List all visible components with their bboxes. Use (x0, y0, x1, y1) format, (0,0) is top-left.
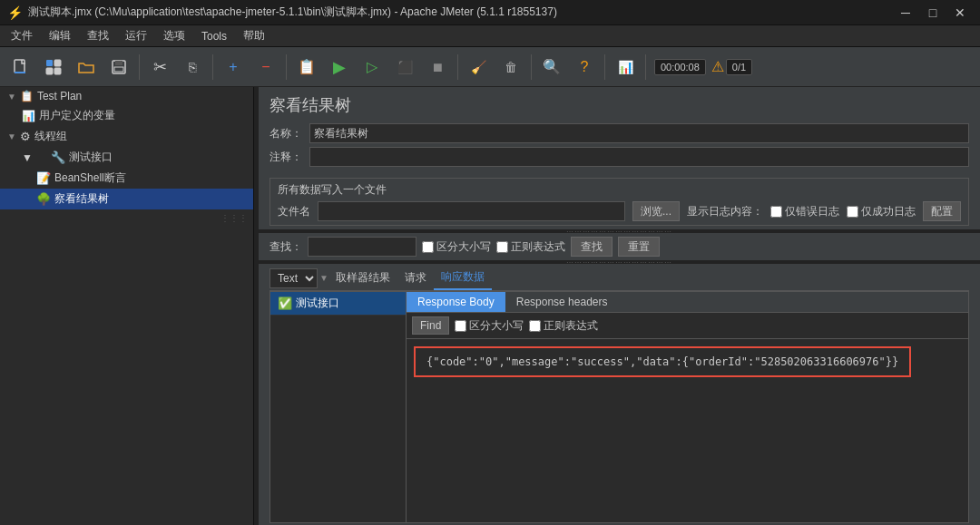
svg-rect-5 (54, 68, 61, 74)
toolbar-search-btn[interactable]: 🔍 (536, 52, 567, 83)
errors-only-label: 仅错误日志 (785, 204, 839, 219)
beanshell-icon: 📝 (36, 171, 51, 185)
testapi-label: 测试接口 (69, 150, 113, 165)
toolbar-warning: ⚠ (711, 58, 724, 75)
threadgroup-label: 线程组 (34, 129, 67, 144)
tree-item-testapi[interactable]: ▼ 🔧 测试接口 (0, 147, 253, 168)
testplan-label: Test Plan (37, 90, 82, 102)
toolbar-sep-2 (212, 54, 213, 80)
menu-run[interactable]: 运行 (118, 26, 154, 46)
response-json-box: {"code":"0","message":"success","data":{… (414, 346, 911, 377)
testplan-arrow: ▼ (7, 92, 16, 102)
case-sensitive-check[interactable] (422, 241, 434, 253)
close-button[interactable]: ✕ (947, 4, 973, 22)
toolbar-counter: 0/1 (726, 59, 752, 75)
comment-row: 注释： (270, 147, 969, 167)
svg-rect-8 (114, 67, 123, 72)
comment-label: 注释： (270, 150, 302, 165)
resp-case-sensitive-checkbox[interactable]: 区分大小写 (455, 318, 524, 334)
regex-checkbox[interactable]: 正则表达式 (496, 239, 565, 255)
resp-regex-checkbox[interactable]: 正则表达式 (529, 318, 598, 334)
config-button[interactable]: 配置 (923, 201, 961, 221)
menu-help[interactable]: 帮助 (236, 26, 272, 46)
toolbar-new-btn[interactable] (5, 52, 36, 83)
menu-tools[interactable]: Tools (194, 26, 234, 46)
toolbar-open-btn[interactable] (71, 52, 102, 83)
toolbar-clear-btn[interactable]: 🧹 (463, 52, 494, 83)
toolbar-sep-5 (531, 54, 532, 80)
tree-item-vars[interactable]: 📊 用户定义的变量 (0, 105, 253, 126)
resulttree-icon: 🌳 (36, 192, 51, 206)
maximize-button[interactable]: □ (920, 4, 946, 22)
case-sensitive-checkbox[interactable]: 区分大小写 (422, 239, 491, 255)
find-button[interactable]: 查找 (571, 237, 612, 257)
toolbar-help-btn[interactable]: ? (569, 52, 600, 83)
response-tabs: Response Body Response headers (407, 292, 968, 313)
sampler-tab-response[interactable]: 响应数据 (434, 266, 492, 290)
menu-bar: 文件 编辑 查找 运行 选项 Tools 帮助 (0, 25, 980, 47)
sampler-tab-request[interactable]: 请求 (397, 267, 434, 289)
toolbar-templates-btn[interactable] (38, 52, 69, 83)
toolbar-expand-btn[interactable]: + (218, 52, 249, 83)
menu-search[interactable]: 查找 (80, 26, 116, 46)
comment-input[interactable] (309, 147, 969, 167)
search-input[interactable] (308, 237, 416, 257)
toolbar-save-btn[interactable] (103, 52, 134, 83)
toolbar-paste-btn[interactable]: 📋 (291, 52, 322, 83)
errors-only-checkbox[interactable]: 仅错误日志 (770, 204, 839, 219)
case-sensitive-label: 区分大小写 (436, 239, 491, 255)
menu-options[interactable]: 选项 (156, 26, 192, 46)
resp-regex-check[interactable] (529, 320, 541, 332)
toolbar-cut-btn[interactable]: ✂ (144, 52, 175, 83)
tree-item-beanshell[interactable]: 📝 BeanShell断言 (0, 168, 253, 189)
toolbar-collapse-btn[interactable]: − (250, 52, 281, 83)
tree-item-resulttree[interactable]: 🌳 察看结果树 (0, 189, 253, 209)
reset-button[interactable]: 重置 (618, 237, 660, 257)
resulttree-label: 察看结果树 (54, 191, 109, 207)
filename-label: 文件名 (278, 204, 310, 219)
toolbar-sep-1 (139, 54, 140, 80)
response-tab-headers[interactable]: Response headers (505, 292, 619, 312)
response-content: {"code":"0","message":"success","data":{… (407, 339, 968, 522)
menu-file[interactable]: 文件 (4, 26, 40, 46)
filename-input[interactable] (318, 201, 625, 221)
toolbar-copy-btn[interactable]: ⎘ (177, 52, 208, 83)
errors-only-check[interactable] (770, 206, 782, 218)
log-content-label: 显示日志内容： (687, 204, 763, 219)
browse-button[interactable]: 浏览... (632, 201, 680, 221)
vars-label: 用户定义的变量 (39, 108, 115, 123)
sampler-tab-results[interactable]: 取样器结果 (328, 267, 397, 289)
toolbar-start-no-pause-btn[interactable]: ▷ (357, 52, 387, 83)
minimize-button[interactable]: ─ (893, 4, 918, 22)
resp-case-check[interactable] (455, 320, 466, 332)
window-title: 测试脚本.jmx (C:\Mu\application\test\apache-… (28, 5, 557, 20)
file-row: 文件名 浏览... 显示日志内容： 仅错误日志 仅成功日志 配置 (278, 201, 961, 221)
warning-icon: ⚠ (711, 58, 724, 75)
right-panel: 察看结果树 名称： 注释： 所有数据写入一个文件 文件名 浏览... 显示日志内… (259, 87, 980, 525)
main-layout: ▼ 📋 Test Plan 📊 用户定义的变量 ▼ ⚙ 线程组 ▼ 🔧 测试接口… (0, 87, 980, 525)
success-only-check[interactable] (847, 206, 858, 218)
file-group: 所有数据写入一个文件 文件名 浏览... 显示日志内容： 仅错误日志 仅成功日志… (270, 178, 969, 226)
toolbar-report-btn[interactable]: 📊 (610, 52, 641, 83)
toolbar-sep-3 (286, 54, 287, 80)
response-tab-body[interactable]: Response Body (407, 292, 505, 312)
text-dropdown[interactable]: Text (270, 268, 318, 288)
results-body: ✅ 测试接口 Response Body Response headers Fi… (270, 291, 969, 523)
sampler-tabs: Text ▼ 取样器结果 请求 响应数据 (270, 266, 969, 291)
tree-item-testplan[interactable]: ▼ 📋 Test Plan (0, 87, 253, 105)
threadgroup-icon: ⚙ (20, 130, 31, 143)
response-find-button[interactable]: Find (412, 316, 449, 335)
tree-item-threadgroup[interactable]: ▼ ⚙ 线程组 (0, 126, 253, 147)
regex-check[interactable] (496, 241, 508, 253)
menu-edit[interactable]: 编辑 (42, 26, 78, 46)
toolbar-stop-btn[interactable]: ⬛ (389, 52, 420, 83)
svg-rect-4 (46, 68, 53, 74)
toolbar-start-btn[interactable]: ▶ (324, 52, 355, 83)
regex-label: 正则表达式 (511, 239, 565, 255)
toolbar-clear-all-btn[interactable]: 🗑 (495, 52, 526, 83)
name-input[interactable] (309, 123, 969, 143)
svg-rect-0 (15, 60, 24, 73)
result-list-item[interactable]: ✅ 测试接口 (270, 292, 406, 316)
success-only-checkbox[interactable]: 仅成功日志 (847, 204, 916, 219)
toolbar-shutdown-btn[interactable]: ⏹ (422, 52, 453, 83)
